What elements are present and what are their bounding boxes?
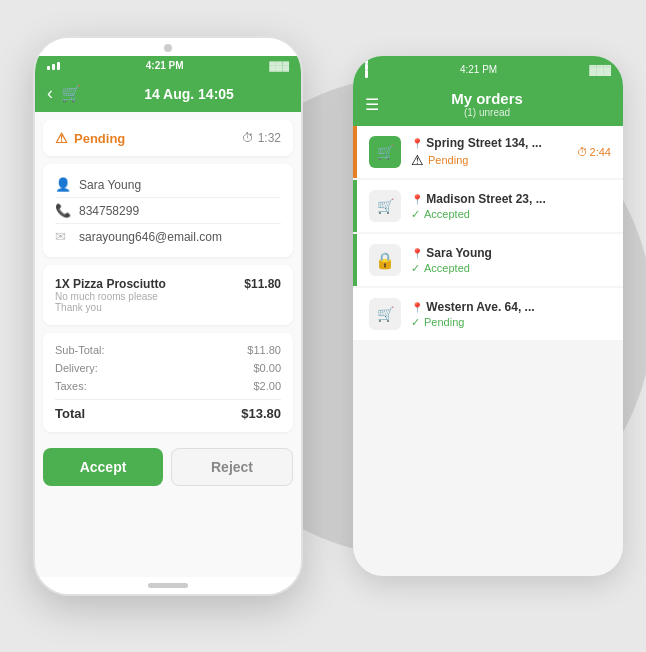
- check-icon-2: ✓: [411, 208, 420, 221]
- warning-status-icon: ⚠: [55, 130, 68, 146]
- subtotal-row: Sub-Total: $11.80: [55, 341, 281, 359]
- customer-phone: 834758299: [79, 204, 139, 218]
- phone-top: [35, 38, 301, 56]
- battery-front: ▓▓▓: [269, 61, 289, 71]
- clock-icon: ⏱: [242, 131, 254, 145]
- scene: 4:21 PM ▓▓▓ ☰ My orders (1) unread 🛒 📍 S…: [13, 16, 633, 636]
- order-info-3: 📍 Sara Young ✓ Accepted: [411, 246, 611, 275]
- camera-dot: [164, 44, 172, 52]
- home-dot: [148, 583, 188, 588]
- status-label: Pending: [74, 131, 125, 146]
- delivery-label: Delivery:: [55, 362, 98, 374]
- orders-header: ☰ My orders (1) unread: [353, 82, 623, 126]
- orders-title-sub: (1) unread: [389, 107, 585, 118]
- person-icon: 👤: [55, 177, 71, 192]
- delivery-row: Delivery: $0.00: [55, 359, 281, 377]
- order-item-note: No much rooms please: [55, 291, 166, 302]
- sig-bar-3: [57, 62, 60, 70]
- totals-section: Sub-Total: $11.80 Delivery: $0.00 Taxes:…: [43, 333, 293, 432]
- action-buttons: Accept Reject: [35, 440, 301, 494]
- order-item-row: 1X Pizza Prosciutto No much rooms please…: [55, 273, 281, 317]
- reject-button[interactable]: Reject: [171, 448, 293, 486]
- menu-icon[interactable]: ☰: [365, 95, 379, 114]
- orders-title-main: My orders: [389, 90, 585, 107]
- taxes-value: $2.00: [253, 380, 281, 392]
- warning-icon-1: ⚠: [411, 152, 424, 168]
- cart-icon-wrap-4: 🛒: [369, 298, 401, 330]
- order-status-2: ✓ Accepted: [411, 208, 611, 221]
- status-bar-back: 4:21 PM ▓▓▓: [353, 56, 623, 82]
- cart-header-icon: 🛒: [61, 84, 81, 103]
- check-icon-4: ✓: [411, 316, 420, 329]
- pin-icon-4: 📍: [411, 302, 423, 313]
- taxes-label: Taxes:: [55, 380, 87, 392]
- order-date-title: 14 Aug. 14:05: [89, 86, 289, 102]
- order-time-1: ⏱ 2:44: [577, 146, 611, 158]
- time-back: 4:21 PM: [460, 64, 497, 75]
- phone-front-inner: 4:21 PM ▓▓▓ ‹ 🛒 14 Aug. 14:05 ⚠ Pending: [35, 38, 301, 594]
- status-section: ⚠ Pending ⏱ 1:32: [43, 120, 293, 156]
- pin-icon-1: 📍: [411, 138, 423, 149]
- order-status-3: ✓ Accepted: [411, 262, 611, 275]
- battery-back: ▓▓▓: [589, 64, 611, 75]
- list-item[interactable]: 🔒 📍 Sara Young ✓ Accepted: [353, 234, 623, 286]
- customer-email: sarayoung646@email.com: [79, 230, 222, 244]
- phone-back: 4:21 PM ▓▓▓ ☰ My orders (1) unread 🛒 📍 S…: [353, 56, 623, 576]
- order-info-4: 📍 Western Ave. 64, ... ✓ Pending: [411, 300, 611, 329]
- email-icon: ✉: [55, 229, 71, 244]
- order-item-price: $11.80: [244, 277, 281, 291]
- list-item[interactable]: 🛒 📍 Western Ave. 64, ... ✓ Pending: [353, 288, 623, 340]
- sig-bar-1: [47, 66, 50, 70]
- order-timer: ⏱ 1:32: [242, 131, 281, 145]
- cart-icon-wrap-2: 🛒: [369, 190, 401, 222]
- order-address-2: 📍 Madison Street 23, ...: [411, 192, 611, 206]
- customer-section: 👤 Sara Young 📞 834758299 ✉ sarayoung646@…: [43, 164, 293, 257]
- accept-button[interactable]: Accept: [43, 448, 163, 486]
- total-value: $13.80: [241, 406, 281, 421]
- signal-back: [365, 60, 368, 78]
- order-info-1: 📍 Spring Street 134, ... ⚠ Pending: [411, 136, 567, 168]
- pin-icon-3: 📍: [411, 248, 423, 259]
- cart-icon-wrap-1: 🛒: [369, 136, 401, 168]
- order-address-3: 📍 Sara Young: [411, 246, 611, 260]
- orders-title: My orders (1) unread: [389, 90, 585, 118]
- timer-value: 1:32: [258, 131, 281, 145]
- taxes-row: Taxes: $2.00: [55, 377, 281, 395]
- list-item[interactable]: 🛒 📍 Madison Street 23, ... ✓ Accepted: [353, 180, 623, 232]
- phone-front: 4:21 PM ▓▓▓ ‹ 🛒 14 Aug. 14:05 ⚠ Pending: [33, 36, 303, 596]
- customer-name: Sara Young: [79, 178, 141, 192]
- signal-front: [47, 62, 60, 70]
- delivery-value: $0.00: [253, 362, 281, 374]
- back-button[interactable]: ‹: [47, 83, 53, 104]
- customer-phone-row: 📞 834758299: [55, 198, 281, 224]
- signal-bar-3: [365, 70, 368, 78]
- pin-icon-2: 📍: [411, 194, 423, 205]
- check-icon-3: ✓: [411, 262, 420, 275]
- home-indicator: [35, 577, 301, 594]
- order-item-name: 1X Pizza Prosciutto: [55, 277, 166, 291]
- order-address-4: 📍 Western Ave. 64, ...: [411, 300, 611, 314]
- order-status-1: ⚠ Pending: [411, 152, 567, 168]
- order-item-left: 1X Pizza Prosciutto No much rooms please…: [55, 277, 166, 313]
- order-detail-header: ‹ 🛒 14 Aug. 14:05: [35, 75, 301, 112]
- list-item[interactable]: 🛒 📍 Spring Street 134, ... ⚠ Pending ⏱ 2…: [353, 126, 623, 178]
- time-front: 4:21 PM: [146, 60, 184, 71]
- order-item-note-2: Thank you: [55, 302, 166, 313]
- order-items-section: 1X Pizza Prosciutto No much rooms please…: [43, 265, 293, 325]
- order-content: ⚠ Pending ⏱ 1:32 👤 Sara Young 📞: [35, 112, 301, 577]
- phone-icon: 📞: [55, 203, 71, 218]
- status-bar-front: 4:21 PM ▓▓▓: [35, 56, 301, 75]
- orders-list: 🛒 📍 Spring Street 134, ... ⚠ Pending ⏱ 2…: [353, 126, 623, 340]
- order-status-4: ✓ Pending: [411, 316, 611, 329]
- order-info-2: 📍 Madison Street 23, ... ✓ Accepted: [411, 192, 611, 221]
- status-pending: ⚠ Pending: [55, 130, 125, 146]
- grand-total-row: Total $13.80: [55, 399, 281, 424]
- cart-icon-wrap-3: 🔒: [369, 244, 401, 276]
- order-address-1: 📍 Spring Street 134, ...: [411, 136, 567, 150]
- customer-email-row: ✉ sarayoung646@email.com: [55, 224, 281, 249]
- subtotal-value: $11.80: [247, 344, 281, 356]
- sig-bar-2: [52, 64, 55, 70]
- clock-icon-1: ⏱: [577, 146, 588, 158]
- total-label: Total: [55, 406, 85, 421]
- customer-name-row: 👤 Sara Young: [55, 172, 281, 198]
